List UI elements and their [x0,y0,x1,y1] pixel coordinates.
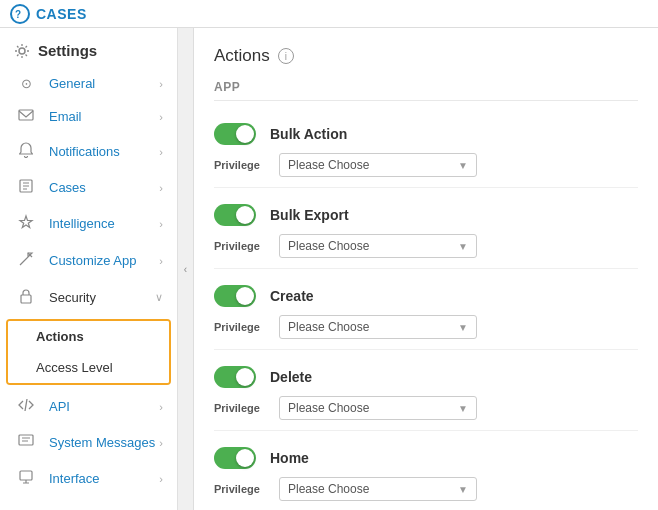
privilege-select-delete[interactable]: Please Choose ▼ [279,396,477,420]
dropdown-arrow-icon-home: ▼ [458,484,468,495]
privilege-select-text-bulk-action: Please Choose [288,158,369,172]
sidebar-item-general[interactable]: ⊙ General › [0,67,177,100]
svg-point-2 [19,48,25,54]
privilege-row-bulk-action: Privilege Please Choose ▼ [214,149,638,188]
intelligence-icon [17,214,35,233]
app-header: ? CASES [0,0,658,28]
sidebar-item-notifications-label: Notifications [49,144,120,159]
privilege-label-bulk-export: Privilege [214,240,269,252]
toggle-bulk-export[interactable] [214,204,256,226]
chevron-right-icon: › [159,78,163,90]
sidebar-item-notifications[interactable]: Notifications › [0,133,177,170]
sidebar-item-cases-label: Cases [49,180,86,195]
action-name-home: Home [270,450,309,466]
dropdown-arrow-icon-bulk-export: ▼ [458,241,468,252]
privilege-label-create: Privilege [214,321,269,333]
sidebar-subitem-actions[interactable]: Actions [8,321,169,352]
notification-icon [17,142,35,161]
actions-container: Bulk Action Privilege Please Choose ▼ Bu… [214,113,638,510]
toggle-create[interactable] [214,285,256,307]
sidebar-item-email[interactable]: Email › [0,100,177,133]
cases-icon [17,179,35,196]
sidebar-item-intelligence[interactable]: Intelligence › [0,205,177,242]
sidebar-item-system-messages[interactable]: System Messages › [0,425,177,460]
privilege-label-bulk-action: Privilege [214,159,269,171]
action-group-bulk-action: Bulk Action Privilege Please Choose ▼ [214,113,638,188]
sidebar: Settings ⊙ General › Email › [0,28,178,510]
action-row-bulk-export: Bulk Export [214,194,638,230]
chevron-down-icon: ∨ [155,291,163,304]
chevron-right-icon: › [159,473,163,485]
dropdown-arrow-icon-delete: ▼ [458,403,468,414]
privilege-row-create: Privilege Please Choose ▼ [214,311,638,350]
chevron-right-icon: › [159,255,163,267]
cases-logo-icon: ? [10,4,30,24]
main-layout: Settings ⊙ General › Email › [0,28,658,510]
action-group-create: Create Privilege Please Choose ▼ [214,275,638,350]
svg-rect-3 [19,110,33,120]
svg-text:?: ? [15,9,21,20]
sidebar-item-system-messages-label: System Messages [49,435,155,450]
privilege-select-home[interactable]: Please Choose ▼ [279,477,477,501]
section-label: App [214,80,638,101]
sidebar-subitem-access-level[interactable]: Access Level [8,352,169,383]
collapse-icon: ‹ [184,264,187,275]
toggle-delete[interactable] [214,366,256,388]
sidebar-item-email-label: Email [49,109,82,124]
sidebar-item-interface-label: Interface [49,471,100,486]
dropdown-arrow-icon-bulk-action: ▼ [458,160,468,171]
content-area: Actions i App Bulk Action Privilege Plea… [194,28,658,510]
toggle-bulk-action[interactable] [214,123,256,145]
chevron-right-icon: › [159,146,163,158]
svg-rect-5 [21,295,31,303]
privilege-select-bulk-export[interactable]: Please Choose ▼ [279,234,477,258]
info-icon[interactable]: i [278,48,294,64]
sidebar-item-customize-app-label: Customize App [49,253,136,268]
privilege-select-text-create: Please Choose [288,320,369,334]
sidebar-heading: Settings [0,28,177,67]
dropdown-arrow-icon-create: ▼ [458,322,468,333]
privilege-select-text-home: Please Choose [288,482,369,496]
chevron-right-icon: › [159,437,163,449]
toggle-thumb-bulk-action [236,125,254,143]
action-group-home: Home Privilege Please Choose ▼ [214,437,638,510]
customize-icon [17,251,35,270]
api-icon [17,397,35,416]
action-name-delete: Delete [270,369,312,385]
privilege-label-delete: Privilege [214,402,269,414]
sidebar-item-security-label: Security [49,290,96,305]
general-icon: ⊙ [17,76,35,91]
sidebar-item-cases[interactable]: Cases › [0,170,177,205]
toggle-track-bulk-action [214,123,256,145]
content-header: Actions i [214,46,638,66]
action-name-create: Create [270,288,314,304]
sidebar-item-intelligence-label: Intelligence [49,216,115,231]
privilege-select-text-bulk-export: Please Choose [288,239,369,253]
toggle-track-delete [214,366,256,388]
privilege-row-delete: Privilege Please Choose ▼ [214,392,638,431]
settings-icon [14,43,30,59]
sidebar-item-interface[interactable]: Interface › [0,460,177,497]
action-name-bulk-export: Bulk Export [270,207,349,223]
sidebar-collapse-button[interactable]: ‹ [178,28,194,510]
svg-rect-6 [19,435,33,445]
privilege-select-create[interactable]: Please Choose ▼ [279,315,477,339]
privilege-select-text-delete: Please Choose [288,401,369,415]
sidebar-item-api[interactable]: API › [0,388,177,425]
system-messages-icon [17,434,35,451]
page-title: Actions [214,46,270,66]
toggle-home[interactable] [214,447,256,469]
sidebar-item-general-label: General [49,76,95,91]
action-name-bulk-action: Bulk Action [270,126,347,142]
privilege-select-bulk-action[interactable]: Please Choose ▼ [279,153,477,177]
sidebar-item-security[interactable]: Security ∨ [0,279,177,316]
toggle-track-bulk-export [214,204,256,226]
action-row-home: Home [214,437,638,473]
privilege-row-bulk-export: Privilege Please Choose ▼ [214,230,638,269]
chevron-right-icon: › [159,111,163,123]
email-icon [17,109,35,124]
action-row-delete: Delete [214,356,638,392]
sidebar-item-customize-app[interactable]: Customize App › [0,242,177,279]
privilege-label-home: Privilege [214,483,269,495]
privilege-row-home: Privilege Please Choose ▼ [214,473,638,510]
